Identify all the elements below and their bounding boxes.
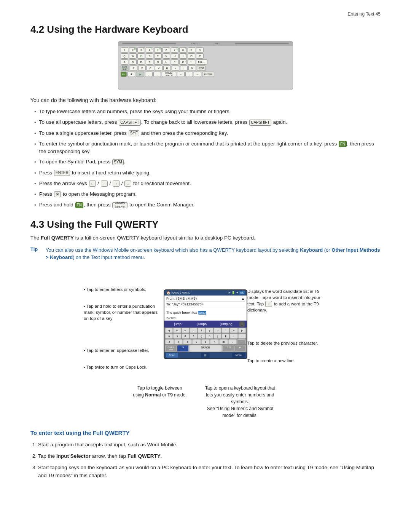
btn-middle: ▤ [201,353,210,358]
key-z: z [165,339,174,344]
key-o: o [230,328,237,333]
right-ann-2: Tap to delete the previous character. [247,340,327,346]
key-c: c [183,339,192,344]
key-caps: CAPSshift [165,345,177,352]
key-b: b [201,339,210,344]
bullet-1: To type lowercase letters and numbers, p… [34,108,381,116]
phone-message-header: From: (SMS \ MMS) ▲ To: "Jay" <091234567… [164,296,247,310]
key-n: n [210,339,219,344]
bullet-9: Press and hold FN, then press COMM/SPACE… [34,201,381,209]
keyboard-row-4: CAPSshift T9 SPACE ...123 ↵ [164,345,247,352]
keyboard-row-2: a s d f g h j k l . [164,333,247,339]
qwerty-diagram: • Tap to enter letters or symbols. • Tap… [30,267,381,381]
key-e: e [182,328,189,333]
left-annotations: • Tap to enter letters or symbols. • Tap… [84,267,164,381]
key-dot: . [238,334,246,339]
key-d: d [182,334,189,339]
key-p: p [238,328,246,333]
bullet-5: To open the Symbol Pad, press SYM. [34,158,381,166]
key-t9: T9 [177,345,188,352]
section-42-bullets: To type lowercase letters and numbers, p… [30,108,381,209]
section-42-title: 4.2 Using the Hardware Keyboard [30,24,381,35]
suggestion-3: jumping [215,322,238,326]
phone-text-area: The quick brown fox jump [164,310,247,316]
phone-suggestions: jump jumps jumping + [164,321,247,328]
section-43-intro: The Full QWERTY is a full on-screen QWER… [30,234,381,242]
key-j: j [214,334,221,339]
section-43-title: 4.3 Using the Full QWERTY [30,219,381,230]
from-line: From: (SMS \ MMS) ▲ [166,297,245,302]
key-y: y [206,328,213,333]
phone-screen: 🏠 SMS \ MMS ✉🔋✦ok From: (SMS \ MMS) ▲ To… [164,289,247,359]
page-header-text: Entering Text 45 [347,11,381,17]
subsection-title: To enter text using the Full QWERTY [30,430,381,436]
key-q: q [165,328,173,333]
suggestion-1: jump [166,322,189,326]
key-r: r [190,328,197,333]
suggestion-2: jumps [191,322,213,326]
key-comma: , [228,339,237,344]
below-kb-left: Tap to toggle betweenusing Normal or T9 … [133,385,186,419]
bullet-4: To enter the symbol or punctuation mark,… [34,140,381,156]
key-x: x [174,339,183,344]
steps-list: Start a program that accepts text input,… [30,441,381,479]
highlighted-word: jump [198,311,206,315]
below-kb-right: Tap to open a keyboard layout that lets … [202,385,278,419]
left-ann-4: • Tap twice to turn on Caps Lock. [84,364,164,370]
key-w: w [173,328,181,333]
left-ann-1: • Tap to enter letters or symbols. [84,286,164,292]
left-ann-2: • Tap and hold to enter a punctuation ma… [84,303,164,321]
bullet-7: Press the arrow keys ← / → / ↑ / ↓ for d… [34,180,381,188]
step-3: Start tapping keys on the keyboard as yo… [38,463,381,480]
bullet-6: Press ENTER to insert a hard return whil… [34,169,381,177]
suggestion-add: + [239,321,245,327]
right-annotations: Displays the word candidate list in T9 m… [247,277,327,371]
tip-label: Tip [30,246,41,261]
key-a: a [165,334,173,339]
status-app-name: 🏠 SMS \ MMS [166,291,190,295]
key-i: i [222,328,229,333]
key-123: ...123 [222,345,234,352]
key-h: h [206,334,213,339]
key-enter: ↵ [234,345,246,352]
key-g: g [198,334,205,339]
key-v: v [192,339,201,344]
step-1: Start a program that accepts text input,… [38,441,381,449]
right-ann-1: Displays the word candidate list in T9 m… [247,288,327,313]
right-ann-3: Tap to create a new line. [247,358,327,364]
phone-word-count: 24/160 [164,316,247,321]
left-ann-3: • Tap to enter an uppercase letter. [84,347,164,353]
phone-status-bar: 🏠 SMS \ MMS ✉🔋✦ok [164,290,247,296]
hardware-keyboard-image: CAPS □ FN □ 1 2@ 3# 4$ 5% 6^ 7& 8* 9 0 Q… [30,41,381,90]
btn-menu: Menu [232,353,245,358]
bullet-2: To use all uppercase letters, press CAPS… [34,118,381,126]
phone-keyboard: q w e r t y u i o p a s d f g h [164,328,247,352]
key-l: l [230,334,237,339]
key-backspace: ← [237,339,246,344]
tip-box: Tip You can also use the Windows Mobile … [30,246,381,261]
tip-text: You can also use the Windows Mobile on-s… [46,246,381,261]
keyboard-row-1: q w e r t y u i o p [164,328,247,333]
section-42-intro: You can do the following with the hardwa… [30,97,381,103]
page-header: Entering Text 45 [30,11,381,17]
btn-send: Send [166,353,178,358]
phone-mockup: 🏠 SMS \ MMS ✉🔋✦ok From: (SMS \ MMS) ▲ To… [164,289,247,359]
key-s: s [173,334,181,339]
key-t: t [198,328,205,333]
bullet-8: Press ✉ to open the Messaging program. [34,190,381,198]
key-u: u [214,328,221,333]
status-icons: ✉🔋✦ok [228,291,245,294]
keyboard-row-3: z x c v b n m , ← [164,339,247,345]
key-m: m [219,339,228,344]
phone-bottom-bar: Send ▤ Menu [164,352,247,358]
step-2: Tap the Input Selector arrow, then tap F… [38,452,381,460]
key-k: k [222,334,229,339]
bullet-3: To use a single uppercase letter, press … [34,129,381,137]
keyboard-diagram: CAPS □ FN □ 1 2@ 3# 4$ 5% 6^ 7& 8* 9 0 Q… [118,41,293,90]
below-keyboard-annotations: Tap to toggle betweenusing Normal or T9 … [91,385,320,419]
to-line: To: "Jay" <0912345678> [166,302,245,307]
key-space: SPACE [189,345,222,352]
key-f: f [190,334,197,339]
